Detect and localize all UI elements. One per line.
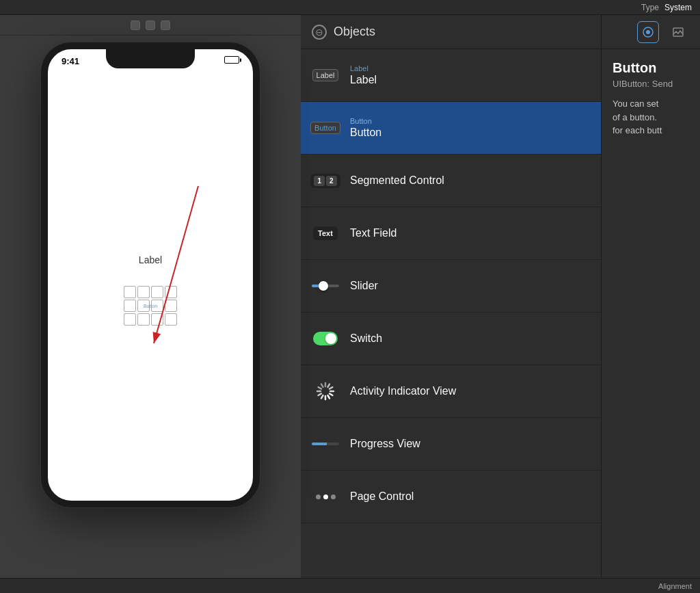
type-label: Type	[641, 3, 659, 12]
svg-line-4	[329, 387, 332, 389]
button-grid: Button	[124, 286, 177, 326]
switch-item-name: Switch	[350, 332, 590, 345]
page-dot-1	[316, 495, 321, 499]
svg-line-3	[328, 384, 330, 387]
object-item-button[interactable]: Button Button Button	[301, 102, 601, 155]
grid-cell-1	[124, 286, 136, 298]
grid-cell-9	[124, 313, 136, 326]
grid-cell-3	[151, 286, 163, 298]
activity-item-text: Activity Indicator View	[350, 385, 590, 397]
seg-part-1: 1	[314, 176, 325, 186]
alignment-label: Alignment	[658, 582, 692, 590]
grid-cell-4	[165, 286, 177, 298]
phone-notch	[106, 49, 195, 68]
object-item-segmented[interactable]: 1 2 Segmented Control	[301, 155, 601, 207]
object-item-textfield[interactable]: Text Text Field	[301, 207, 601, 260]
main-area: 9:41 › Label	[0, 15, 700, 578]
switch-item-text: Switch	[350, 332, 590, 345]
textfield-item-text: Text Field	[350, 227, 590, 239]
object-item-pagecontrol[interactable]: Page Control	[301, 471, 601, 523]
page-dot-2	[323, 495, 328, 499]
button-badge: Button	[310, 122, 340, 134]
objects-header-icon: ⊖	[312, 25, 327, 40]
object-item-label[interactable]: Label Label Label	[301, 49, 601, 102]
battery-icon	[224, 56, 239, 64]
page-control-icon	[316, 495, 336, 499]
textfield-item-icon: Text	[312, 220, 339, 247]
progress-item-text: Progress View	[350, 438, 590, 450]
progress-item-icon	[312, 430, 339, 458]
svg-point-15	[646, 30, 650, 34]
inspector-toolbar	[602, 15, 700, 49]
label-badge: Label	[312, 69, 339, 81]
svg-line-12	[319, 387, 321, 389]
pagecontrol-item-name: Page Control	[350, 490, 590, 503]
segmented-icon: 1 2	[310, 174, 340, 188]
activity-item-icon	[312, 378, 339, 405]
button-item-name: Button	[350, 127, 590, 139]
inspector-subtitle: UIButton: Send	[612, 79, 689, 89]
svg-line-13	[321, 384, 323, 387]
segmented-item-icon: 1 2	[312, 167, 339, 194]
toolbar-dot-3[interactable]	[161, 21, 170, 30]
textfield-item-name: Text Field	[350, 227, 590, 239]
grid-cell-7	[151, 300, 163, 312]
left-panel: 9:41 › Label	[0, 15, 301, 578]
status-time: 9:41	[62, 56, 79, 66]
objects-title: Objects	[334, 25, 375, 39]
slider-item-name: Slider	[350, 280, 590, 292]
bottom-bar: Alignment	[0, 578, 700, 593]
type-selector: Type System	[641, 3, 692, 12]
toolbar-dot-1[interactable]	[131, 21, 140, 30]
grid-cell-8	[165, 300, 177, 312]
inspector-description: You can setof a button.for each butt	[612, 97, 689, 137]
object-item-activity[interactable]: Activity Indicator View	[301, 365, 601, 418]
toolbar-dot-2[interactable]	[146, 21, 155, 30]
phone-content: › Label Button	[48, 79, 253, 501]
toolbar-strip	[0, 15, 301, 36]
progress-icon	[312, 443, 339, 445]
phone-mockup: 9:41 › Label	[41, 42, 260, 508]
activity-item-name: Activity Indicator View	[350, 385, 590, 397]
grid-cell-6	[137, 300, 150, 312]
phone-label: Label	[139, 254, 162, 265]
objects-panel: ⊖ Objects Label Label Label	[301, 15, 602, 578]
object-item-progress[interactable]: Progress View	[301, 418, 601, 471]
objects-list[interactable]: Label Label Label Button Button Button	[301, 49, 601, 578]
slider-item-icon	[312, 272, 339, 300]
grid-cell-10	[137, 313, 150, 326]
svg-line-7	[328, 395, 330, 398]
pagecontrol-item-text: Page Control	[350, 490, 590, 503]
inspector-image-btn[interactable]	[667, 21, 689, 43]
textfield-icon: Text	[313, 226, 338, 240]
grid-cell-12	[165, 313, 177, 326]
grid-cell-5	[124, 300, 136, 312]
status-icons	[224, 56, 239, 64]
inspector-panel: Button UIButton: Send You can setof a bu…	[602, 15, 700, 578]
slider-item-text: Slider	[350, 280, 590, 292]
inspector-circle-btn[interactable]	[637, 21, 659, 43]
segmented-item-text: Segmented Control	[350, 174, 590, 187]
switch-icon	[313, 332, 338, 345]
inspector-content: Button UIButton: Send You can setof a bu…	[602, 49, 700, 148]
top-bar: Type System	[0, 0, 700, 15]
activity-icon	[313, 379, 338, 404]
button-item-tag: Button	[350, 117, 590, 125]
grid-cell-11	[151, 313, 163, 326]
grid-cell-2	[137, 286, 150, 298]
phone-arrow-icon: ›	[44, 282, 49, 298]
page-dot-3	[331, 495, 336, 499]
slider-icon	[312, 285, 339, 287]
object-item-slider[interactable]: Slider	[301, 260, 601, 313]
object-item-switch[interactable]: Switch	[301, 313, 601, 365]
svg-line-9	[321, 395, 323, 398]
seg-part-2: 2	[326, 176, 337, 186]
label-item-text: Label Label	[350, 64, 590, 86]
progress-fill	[312, 443, 327, 445]
segmented-item-name: Segmented Control	[350, 174, 590, 187]
label-item-icon: Label	[312, 62, 339, 89]
svg-line-6	[329, 394, 332, 396]
label-item-name: Label	[350, 74, 590, 86]
right-panel: ⊖ Objects Label Label Label	[301, 15, 700, 578]
inspector-title: Button	[612, 60, 689, 76]
